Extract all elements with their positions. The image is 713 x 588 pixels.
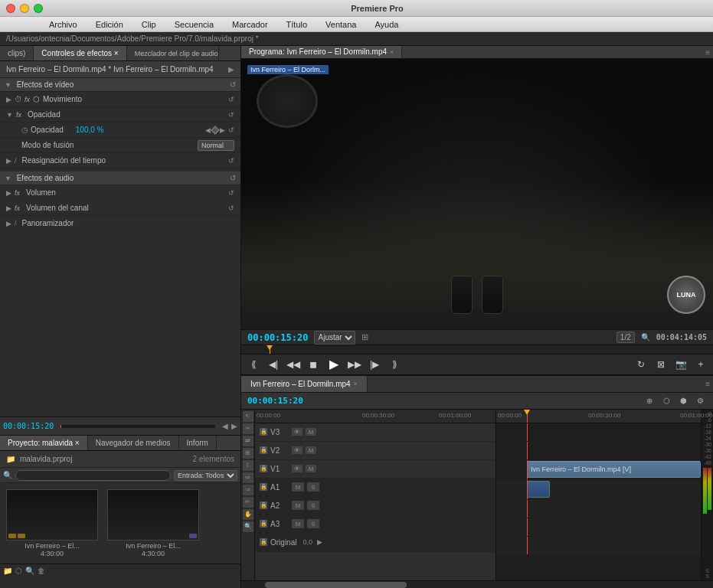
step-forward-btn[interactable]: |▶: [367, 357, 382, 372]
tl-add-btn[interactable]: ⊕: [643, 394, 656, 407]
new-item-btn[interactable]: ⬡: [15, 567, 22, 575]
tab-programa[interactable]: Programa: Ivn Ferreiro – El Dormiln.mp4 …: [241, 46, 402, 58]
menu-secuencia[interactable]: Secuencia: [172, 19, 217, 30]
a3-solo[interactable]: S: [307, 519, 319, 528]
v2-toggle[interactable]: 👁: [292, 446, 303, 454]
monitor-menu-btn[interactable]: ≡: [705, 48, 710, 57]
stop-btn[interactable]: ◼: [306, 357, 321, 372]
new-bin-btn[interactable]: 📁: [3, 567, 12, 575]
a2-sync[interactable]: M: [292, 501, 304, 510]
shuttle-left-btn[interactable]: ⟪: [246, 357, 261, 372]
original-lock[interactable]: 🔒: [260, 538, 267, 546]
movimiento-expand[interactable]: ⬡: [33, 95, 40, 103]
track-original-content[interactable]: [496, 537, 701, 555]
effects-scroll-right[interactable]: ▶: [231, 422, 237, 430]
safe-margins-btn[interactable]: ⊞: [361, 332, 368, 342]
timeline-menu-btn[interactable]: ≡: [705, 380, 710, 388]
v1-video-clip[interactable]: Ivn Ferreiro – El Dormiln.mp4 [V]: [527, 461, 701, 478]
delete-btn[interactable]: 🗑: [38, 567, 45, 575]
tab-controles-efectos[interactable]: Controles de efectos ×: [34, 46, 126, 60]
track-a2-content[interactable]: [496, 500, 701, 518]
add-keyframe-btn[interactable]: [211, 126, 219, 134]
v1-mute[interactable]: M: [306, 465, 316, 472]
menu-ayuda[interactable]: Ayuda: [371, 19, 401, 30]
video-section-toggle[interactable]: ▼: [5, 81, 11, 89]
modo-fusion-dropdown[interactable]: Normal: [198, 140, 234, 151]
track-a3-content[interactable]: [496, 518, 701, 537]
next-keyframe-btn[interactable]: ▶: [220, 126, 225, 134]
timeline-ruler-right[interactable]: 00:00:00 00:00:30:00 00:01:00:00 00:01:3…: [496, 410, 701, 423]
v1-lock[interactable]: 🔒: [260, 465, 267, 472]
menu-archivo[interactable]: Archivo: [46, 19, 80, 30]
a1-audio-clip[interactable]: [527, 481, 550, 498]
tool-hand[interactable]: ✋: [243, 509, 253, 520]
v2-lock[interactable]: 🔒: [260, 446, 267, 454]
fit-dropdown[interactable]: Ajustar: [314, 331, 355, 345]
add-marker-btn[interactable]: +: [693, 357, 708, 372]
find-btn[interactable]: 🔍: [25, 567, 34, 575]
step-back-btn[interactable]: ◀|: [266, 357, 281, 372]
menu-edicion[interactable]: Edición: [93, 19, 126, 30]
media-thumbnail-2[interactable]: [107, 489, 199, 541]
opacidad-value[interactable]: 100,0 %: [76, 126, 104, 134]
track-v3-content[interactable]: [496, 423, 701, 442]
track-a1-content[interactable]: [496, 480, 701, 500]
movimiento-stopwatch[interactable]: ⏱: [15, 95, 22, 103]
loop-btn[interactable]: ↻: [633, 357, 649, 372]
zoom-btn[interactable]: 🔍: [641, 333, 650, 341]
maximize-button[interactable]: [34, 4, 43, 13]
reasignacion-reset[interactable]: ↺: [228, 157, 234, 165]
video-effects-section[interactable]: ▼ Efectos de vídeo ↺: [0, 78, 240, 92]
opacidad-row-reset[interactable]: ↺: [228, 126, 234, 134]
audio-effects-section[interactable]: ▼ Efectos de audio ↺: [0, 172, 240, 185]
tab-mezclador[interactable]: Mezclador del clip de audio: Ivn Ferreir…: [127, 46, 219, 60]
a1-sync[interactable]: M: [292, 482, 304, 492]
volumen-canal-reset[interactable]: ↺: [228, 204, 234, 212]
effects-scroll-left[interactable]: ◀: [222, 422, 228, 430]
minimize-button[interactable]: [20, 4, 29, 13]
play-reverse-btn[interactable]: ◀◀: [286, 357, 301, 372]
reset-audio-icon[interactable]: ↺: [230, 174, 236, 182]
menu-marcador[interactable]: Marcador: [229, 19, 270, 30]
timeline-scroll-thumb[interactable]: [265, 582, 407, 588]
tl-lift-btn[interactable]: ⬡: [659, 394, 673, 407]
tl-settings-btn[interactable]: ⚙: [693, 394, 707, 407]
tool-rate[interactable]: ⇧: [243, 460, 253, 471]
audio-section-toggle[interactable]: ▼: [5, 175, 11, 182]
tool-ripple[interactable]: ⇄: [243, 436, 253, 446]
a1-lock[interactable]: 🔒: [260, 483, 267, 491]
tab-clips[interactable]: clips): [0, 46, 34, 60]
a2-lock[interactable]: 🔒: [260, 501, 267, 509]
a1-solo[interactable]: S: [307, 482, 319, 492]
v2-mute[interactable]: M: [306, 446, 316, 454]
timeline-timecode[interactable]: 00:00:15:20: [247, 396, 303, 406]
monitor-timecode[interactable]: 00:00:15:20: [247, 332, 308, 343]
tab-inform[interactable]: Inform: [179, 436, 217, 450]
monitor-scrubbar[interactable]: [241, 345, 713, 354]
menu-clip[interactable]: Clip: [139, 19, 159, 30]
tab-timeline[interactable]: Ivn Ferreiro – El Dormiln.mp4 ×: [241, 376, 368, 392]
a3-lock[interactable]: 🔒: [260, 520, 267, 528]
v3-mute[interactable]: M: [306, 428, 316, 436]
close-button[interactable]: [6, 4, 15, 13]
monitor-close[interactable]: ×: [390, 48, 394, 56]
menu-ventana[interactable]: Ventana: [322, 19, 359, 30]
a3-sync[interactable]: M: [292, 519, 304, 528]
tool-slide[interactable]: ⇒: [243, 485, 253, 495]
fast-forward-btn[interactable]: ▶▶: [347, 357, 362, 372]
movimiento-reset[interactable]: ↺: [228, 96, 234, 103]
tool-razor[interactable]: ✂: [243, 423, 253, 434]
tool-slip[interactable]: ⇔: [243, 472, 253, 483]
shuttle-right-btn[interactable]: ⟫: [387, 357, 402, 372]
track-v2-content[interactable]: [496, 442, 701, 460]
timeline-scrollbar[interactable]: [241, 580, 713, 588]
v3-toggle[interactable]: 👁: [292, 428, 303, 436]
a2-solo[interactable]: S: [307, 501, 319, 510]
menu-titulo[interactable]: Título: [283, 19, 311, 30]
effects-timeline-scrub[interactable]: [60, 424, 216, 429]
tool-select[interactable]: ↖: [243, 411, 253, 422]
tool-pen[interactable]: ✏: [243, 497, 253, 508]
opacidad-reset[interactable]: ↺: [228, 111, 234, 119]
tool-zoom[interactable]: 🔍: [243, 521, 253, 532]
export-frame-btn[interactable]: 📷: [673, 357, 688, 372]
